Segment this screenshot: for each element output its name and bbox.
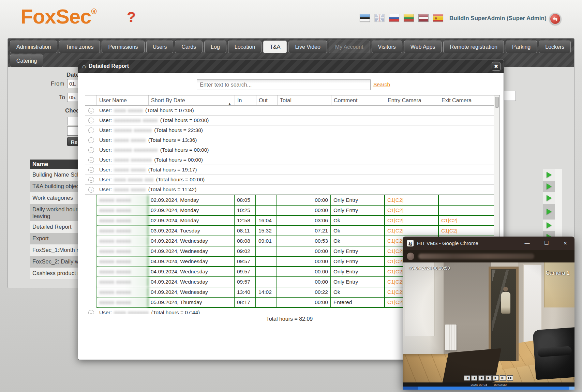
user-summary-row[interactable]: → User: xxxx xxxxx xxx (Total hours = 00… <box>85 175 494 185</box>
playback-control-button[interactable]: ◀ <box>471 375 477 381</box>
flag-united-kingdom-icon[interactable] <box>374 14 385 22</box>
report-list-item[interactable]: FoxSec_2: Daily wo <box>30 256 85 268</box>
col-total[interactable]: Total <box>277 95 331 105</box>
nav-tab[interactable]: Remote registration <box>443 41 504 53</box>
flag-estonia-icon[interactable] <box>360 14 370 22</box>
dialog-titlebar[interactable]: ⌂ Detailed Report <box>78 60 504 73</box>
expand-user-icon[interactable]: → <box>88 127 94 133</box>
report-list-item[interactable]: FoxSec_1:Month re <box>30 244 85 256</box>
report-list-item[interactable]: Cashless product r <box>30 268 85 279</box>
entry-camera-link[interactable]: C1|C2| <box>385 216 439 225</box>
report-list-item[interactable]: Detailed Report <box>30 221 85 233</box>
user-name-redacted: xxxxxx xxxxxx <box>114 127 152 133</box>
camera-video-feed[interactable]: 09-04-2024 08:30:50 Camera 1 |◀◀◀||▶▶▶|▶… <box>403 262 574 382</box>
expand-user-icon[interactable]: → <box>88 118 94 123</box>
flag-latvia-icon[interactable] <box>418 14 429 22</box>
search-input[interactable] <box>197 79 371 90</box>
col-short-by-date[interactable]: Short By Date▲ <box>148 95 235 105</box>
expand-user-icon[interactable]: → <box>88 147 94 153</box>
run-report-play-button[interactable] <box>547 222 552 228</box>
run-report-play-button[interactable] <box>547 172 552 178</box>
nav-tab[interactable]: Log <box>204 41 226 53</box>
video-timestamp-overlay: 09-04-2024 08:30:50 <box>409 266 450 271</box>
nav-tab[interactable]: Users <box>146 41 174 53</box>
col-user-name[interactable]: User Name <box>96 95 148 105</box>
playback-control-button[interactable]: ▶| <box>500 375 506 381</box>
nav-tab[interactable]: Parking <box>506 41 537 53</box>
nav-tab[interactable]: Location <box>228 41 262 53</box>
expand-user-icon[interactable]: → <box>88 137 94 143</box>
exit-camera-link[interactable]: C1|C2| <box>439 216 494 225</box>
entry-camera-link[interactable]: C1|C2| <box>385 226 439 236</box>
flag-lithuania-icon[interactable] <box>404 14 414 22</box>
user-summary-row[interactable]: → User: xxxxx xxxxxxx (Total hours = 00:… <box>85 155 494 165</box>
report-list-item[interactable]: Work categories <box>30 192 85 204</box>
nav-tab[interactable]: Administration <box>10 41 57 53</box>
playback-control-button[interactable]: |▶ <box>486 375 492 381</box>
dialog-title: Detailed Report <box>89 63 129 69</box>
user-summary-row[interactable]: → User: xxxx xxxxx (Total hours = 07:08) <box>85 106 494 116</box>
expand-user-icon[interactable]: → <box>88 157 94 163</box>
report-list-item[interactable]: Export <box>30 233 85 244</box>
nav-tab[interactable]: Catering <box>10 55 43 67</box>
detail-out-time: 16:04 <box>256 216 277 225</box>
col-in[interactable]: In <box>235 95 256 105</box>
nav-tab[interactable]: Visitors <box>372 41 402 53</box>
nav-tab[interactable]: Time zones <box>59 41 100 53</box>
scrollbar-thumb[interactable] <box>495 97 499 108</box>
user-summary-row[interactable]: → User: xxxxxx xxxxxx (Total hours = 22:… <box>85 125 494 135</box>
user-summary-row[interactable]: → User: xxxxxx xxxxxxxx (Total hours = 0… <box>85 145 494 155</box>
profile-avatar[interactable] <box>407 253 414 260</box>
report-list-item[interactable]: T&A building objec <box>30 181 85 192</box>
exit-camera-link[interactable]: C1|C2| <box>439 226 494 236</box>
user-summary-row[interactable]: → User: xxxxx xxxxx (Total hours = 19:17… <box>85 165 494 175</box>
attendance-detail-row: xxxxx xxxxx 02.09.2024, Monday 10:25 00:… <box>96 206 494 216</box>
logout-icon[interactable]: ⇆ <box>549 13 561 25</box>
col-entry-camera[interactable]: Entry Camera <box>385 95 439 105</box>
col-comment[interactable]: Comment <box>331 95 385 105</box>
user-summary-row[interactable]: → User: xxxxxxxxx xxxxx (Total hours = 0… <box>85 116 494 125</box>
nav-tab[interactable]: Permissions <box>102 41 144 53</box>
user-summary-row[interactable]: → User: xxxxx xxxxx (Total hours = 13:36… <box>85 135 494 145</box>
report-list-item[interactable]: Building Name Sch <box>30 169 85 181</box>
nav-tab[interactable]: Cards <box>175 41 203 53</box>
url-bar-redacted[interactable] <box>418 254 534 259</box>
detail-total-time: 00:53 <box>277 236 331 246</box>
nav-tab[interactable]: Live Video <box>288 41 327 53</box>
playback-control-button[interactable]: ▶ <box>493 375 499 381</box>
flag-russia-icon[interactable] <box>389 14 399 22</box>
expand-user-icon[interactable]: → <box>88 310 94 314</box>
run-report-play-button[interactable] <box>547 183 552 190</box>
entry-camera-link[interactable]: C1|C2| <box>385 206 439 215</box>
expand-user-icon[interactable]: ↓ <box>88 187 94 193</box>
playback-control-button[interactable]: |◀ <box>464 375 470 381</box>
close-window-button[interactable]: × <box>562 240 569 247</box>
flag-spain-icon[interactable] <box>433 14 443 22</box>
playback-control-button[interactable]: ◀| <box>478 375 484 381</box>
run-report-play-button[interactable] <box>547 195 552 201</box>
help-icon[interactable]: ? <box>127 9 147 27</box>
exit-camera-link[interactable] <box>439 195 494 205</box>
nav-tab[interactable]: T&A <box>263 41 287 53</box>
detail-out-time <box>256 298 277 307</box>
detail-comment: Only Entry <box>331 246 385 256</box>
maximize-button[interactable]: ☐ <box>543 240 550 246</box>
search-link[interactable]: Search <box>373 81 390 88</box>
expand-user-icon[interactable]: → <box>88 108 94 114</box>
entry-camera-link[interactable]: C1|C2| <box>385 195 439 205</box>
expand-user-icon[interactable]: → <box>88 167 94 173</box>
report-list-item[interactable]: Daily worked hours leaving <box>30 204 85 221</box>
col-exit-camera[interactable]: Exit Camera <box>439 95 494 105</box>
nav-tab[interactable]: Lockers <box>539 41 571 53</box>
run-report-play-button[interactable] <box>547 209 552 215</box>
playback-progress-bar[interactable] <box>403 387 574 390</box>
dialog-close-button[interactable]: ✖ <box>492 62 501 71</box>
minimize-button[interactable]: — <box>523 240 531 246</box>
playback-control-button[interactable]: ▶▶ <box>507 375 513 381</box>
expand-user-icon[interactable]: → <box>88 177 94 183</box>
col-out[interactable]: Out <box>256 95 277 105</box>
nav-tab[interactable]: My Account <box>329 41 370 53</box>
exit-camera-link[interactable] <box>439 206 494 215</box>
nav-tab[interactable]: Web Apps <box>404 41 442 53</box>
user-summary-row[interactable]: ↓ User: xxxxx xxxxx (Total hours = 11:42… <box>85 185 494 195</box>
